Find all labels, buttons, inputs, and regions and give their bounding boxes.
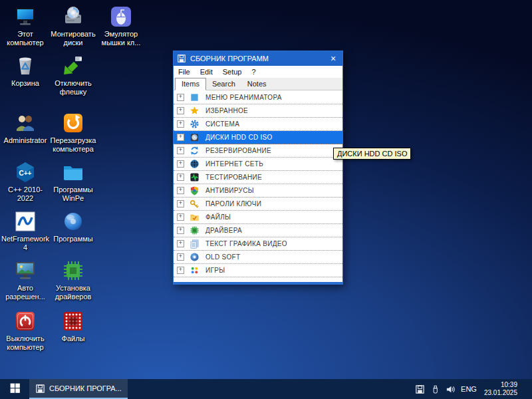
clock-time: 10:39 [484, 381, 517, 389]
redgrid-icon [62, 310, 84, 332]
desktop-icon-users[interactable]: Administrator [1, 112, 49, 145]
list-item[interactable]: +ПАРОЛИ КЛЮЧИ [174, 198, 342, 211]
list-item[interactable]: +ТЕСТИРОВАНИЕ [174, 171, 342, 184]
desktop-icon-restart[interactable]: Перезагрузка компьютера [49, 112, 97, 154]
desktop-icon-power[interactable]: Выключить компьютер [1, 310, 49, 352]
disk-icon [190, 132, 200, 142]
close-icon[interactable]: × [327, 52, 339, 65]
desktop-icon-chip[interactable]: Установка драйверов [49, 259, 97, 301]
expand-icon[interactable]: + [177, 94, 184, 101]
mouse-icon [110, 5, 132, 28]
list-item-label: РЕЗЕРВИРОВАНИЕ [205, 147, 271, 154]
menu-edit[interactable]: Edit [200, 68, 213, 76]
desktop-icon-label: Монтировать диски [49, 30, 97, 47]
taskbar: СБОРНИК ПРОГРА... ENG 10:39 23.01.2025 [0, 379, 532, 399]
chip16-icon [190, 225, 200, 235]
desktop-icon-label: Программы [53, 235, 92, 243]
menu-bar: FileEditSetup? [174, 66, 342, 78]
list-item[interactable]: +ТЕКСТ ГРАФИКА ВИДЕО [174, 237, 342, 251]
expand-icon[interactable]: + [177, 213, 184, 221]
desktop-icon-recycle[interactable]: Корзина [1, 55, 49, 88]
menu-?[interactable]: ? [251, 68, 255, 76]
globe-icon [190, 159, 200, 169]
cd-icon [190, 252, 200, 262]
list-item-label: СИСТЕМА [205, 120, 239, 128]
desktop-icon-netfx[interactable]: NetFramework 4 [1, 210, 49, 252]
monitor-icon [14, 5, 37, 28]
wave-icon [190, 172, 200, 182]
expand-icon[interactable]: + [177, 107, 184, 114]
clock-date: 23.01.2025 [484, 389, 517, 397]
list-item[interactable]: +РЕЗЕРВИРОВАНИЕ [174, 144, 342, 158]
taskbar-app-label: СБОРНИК ПРОГРА... [49, 384, 122, 392]
bluesq-icon [190, 92, 200, 102]
desktop-icon-label: Перезагрузка компьютера [49, 136, 97, 154]
shield-icon [190, 186, 200, 196]
docs-icon [190, 239, 200, 249]
list-item[interactable]: +ДРАЙВЕРА [174, 224, 342, 237]
window-title: СБОРНИК ПРОГРАММ [190, 55, 323, 63]
desktop-icon-label: Программы WinPe [49, 186, 97, 203]
taskbar-app-button[interactable]: СБОРНИК ПРОГРА... [29, 379, 128, 399]
menu-setup[interactable]: Setup [223, 68, 242, 76]
expand-icon[interactable]: + [177, 267, 184, 274]
usb-tray-icon[interactable] [430, 384, 440, 394]
expand-icon[interactable]: + [177, 120, 184, 128]
tab-items[interactable]: Items [175, 78, 206, 90]
expand-icon[interactable]: + [177, 253, 184, 261]
list-item-label: ИЗБРАННОЕ [205, 107, 248, 114]
system-tray: ENG 10:39 23.01.2025 [415, 379, 532, 399]
desktop-icon-sphere[interactable]: Программы [49, 210, 97, 243]
list-item[interactable]: +ИНТЕРНЕТ СЕТЬ [174, 158, 342, 171]
list-item[interactable]: +МЕНЮ РЕАНИМАТОРА [174, 91, 342, 104]
folder-icon [62, 161, 84, 184]
expand-icon[interactable]: + [177, 134, 184, 141]
list-item-label: ИНТЕРНЕТ СЕТЬ [205, 160, 263, 168]
svg-text:C++: C++ [19, 170, 32, 177]
tab-search[interactable]: Search [206, 78, 241, 90]
usbeject-icon [62, 55, 84, 77]
list-item-label: ПАРОЛИ КЛЮЧИ [205, 200, 261, 207]
desktop-icon-hddmount[interactable]: Монтировать диски [49, 5, 97, 47]
desktop-icon-folder[interactable]: Программы WinPe [49, 161, 97, 203]
desktop-icon-redgrid[interactable]: Файлы [49, 310, 97, 343]
expand-icon[interactable]: + [177, 174, 184, 181]
expand-icon[interactable]: + [177, 147, 184, 154]
list-item-label: ИГРЫ [205, 267, 225, 274]
tab-notes[interactable]: Notes [241, 78, 273, 90]
list-item[interactable]: +OLD SOFT [174, 251, 342, 264]
desktop-icon-automon[interactable]: Авто разрешен... [1, 259, 49, 301]
speaker-icon[interactable] [446, 384, 456, 394]
desktop-icon-mouse[interactable]: Эмулятор мышки кл... [97, 5, 145, 47]
desktop-icon-cpp[interactable]: C++C++ 2010-2022 [1, 161, 49, 203]
language-indicator[interactable]: ENG [461, 385, 477, 393]
expand-icon[interactable]: + [177, 200, 184, 207]
netfx-icon [14, 210, 37, 233]
window-titlebar[interactable]: СБОРНИК ПРОГРАММ × [174, 51, 342, 66]
list-item-label: ДИСКИ HDD CD ISO [205, 134, 273, 141]
list-item[interactable]: +ИЗБРАННОЕ [174, 104, 342, 118]
list-item[interactable]: +АНТИВИРУСЫ [174, 184, 342, 198]
category-list: +МЕНЮ РЕАНИМАТОРА+ИЗБРАННОЕ+СИСТЕМА+ДИСК… [174, 90, 342, 282]
star-icon [190, 106, 200, 116]
list-item[interactable]: +ИГРЫ [174, 264, 342, 277]
expand-icon[interactable]: + [177, 240, 184, 247]
expand-icon[interactable]: + [177, 160, 184, 168]
sync-icon [190, 146, 200, 156]
desktop-icon-monitor[interactable]: Этот компьютер [1, 5, 49, 47]
menu-file[interactable]: File [178, 68, 190, 76]
start-button[interactable] [0, 379, 29, 399]
list-item[interactable]: +ДИСКИ HDD CD ISO [174, 131, 342, 144]
list-item-label: ФАЙЛЫ [205, 213, 231, 221]
expand-icon[interactable]: + [177, 227, 184, 234]
list-item[interactable]: +СИСТЕМА [174, 118, 342, 131]
desktop-icon-label: Установка драйверов [49, 284, 97, 301]
clock[interactable]: 10:39 23.01.2025 [484, 381, 517, 397]
list-item[interactable]: +ФАЙЛЫ [174, 211, 342, 224]
app-window: СБОРНИК ПРОГРАММ × FileEditSetup? ItemsS… [173, 51, 343, 285]
floppy-tray-icon[interactable] [415, 384, 425, 394]
desktop-icon-usbeject[interactable]: Отключить флешку [49, 55, 97, 96]
expand-icon[interactable]: + [177, 187, 184, 194]
list-item-label: OLD SOFT [205, 253, 240, 261]
folderchk-icon [190, 212, 200, 222]
